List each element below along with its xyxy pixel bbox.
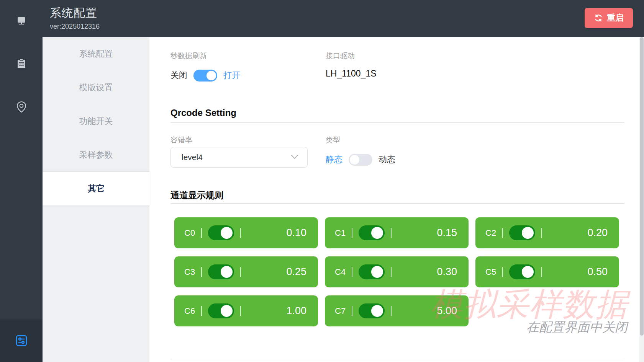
channel-toggle[interactable] [208, 225, 234, 240]
channel-toggle[interactable] [509, 225, 535, 240]
main-content: 秒数据刷新 关闭 打开 接口驱动 LH_1100_1S Qrcode Setti… [149, 37, 644, 362]
title-block: 系统配置 ver:2025012316 [50, 5, 100, 31]
sidebar-menu: 系统配置模版设置功能开关采样参数其它 [43, 37, 149, 205]
separator [240, 228, 241, 238]
separator [541, 267, 542, 277]
channel-card-C5: C50.50 [475, 256, 619, 287]
separator [391, 306, 392, 316]
separator [240, 267, 241, 277]
channel-label: C6 [184, 306, 195, 316]
separator [201, 267, 202, 277]
separator [240, 306, 241, 316]
type-label: 类型 [326, 135, 340, 145]
driver-label: 接口驱动 [326, 51, 355, 61]
separator [352, 228, 352, 238]
toggle-knob [221, 266, 233, 278]
channel-value: 0.20 [587, 227, 608, 239]
channel-toggle[interactable] [359, 303, 385, 318]
divider [170, 122, 624, 123]
tolerance-label: 容错率 [170, 135, 192, 145]
toggle-knob [221, 305, 233, 317]
separator [352, 267, 352, 277]
app-root: 系统配置 ver:2025012316 重启 [0, 0, 644, 362]
toggle-knob [371, 305, 383, 317]
channel-card-C6: C61.00 [174, 295, 318, 326]
header: 系统配置 ver:2025012316 重启 [0, 0, 644, 37]
divider [170, 203, 624, 204]
channel-card-C4: C40.30 [325, 256, 469, 287]
channel-value: 1.00 [286, 305, 306, 317]
monitor-icon[interactable] [16, 15, 27, 28]
type-toggle[interactable] [349, 154, 372, 166]
tolerance-select[interactable]: level4 [170, 147, 308, 168]
tolerance-selected-value: level4 [182, 153, 203, 162]
location-pin-icon[interactable] [15, 101, 28, 115]
channel-toggle[interactable] [359, 264, 385, 279]
second-refresh-label: 秒数据刷新 [170, 51, 207, 61]
channel-label: C4 [335, 267, 346, 277]
restart-button[interactable]: 重启 [585, 8, 633, 28]
channel-card-C0: C00.10 [174, 217, 318, 248]
channel-label: C7 [335, 306, 346, 316]
scrollbar-thumb[interactable] [640, 37, 644, 336]
channel-label: C0 [184, 228, 195, 238]
separator [352, 306, 352, 316]
sidebar-item-其它[interactable]: 其它 [43, 172, 150, 205]
separator [502, 267, 503, 277]
separator [541, 228, 542, 238]
chevron-down-icon [290, 154, 299, 161]
channel-toggle[interactable] [359, 225, 385, 240]
channel-toggle[interactable] [208, 264, 234, 279]
sidebar-item-功能开关[interactable]: 功能开关 [43, 104, 149, 138]
sidebar: 系统配置模版设置功能开关采样参数其它 [43, 37, 149, 362]
toggle-knob [522, 266, 534, 278]
divider [170, 359, 624, 359]
sidebar-item-采样参数[interactable]: 采样参数 [43, 138, 149, 172]
sidebar-item-模版设置[interactable]: 模版设置 [43, 71, 149, 104]
switch-off-label: 关闭 [170, 70, 187, 81]
second-refresh-toggle[interactable] [193, 70, 217, 82]
toggle-knob [522, 227, 534, 239]
toggle-knob [350, 155, 359, 165]
toggle-knob [371, 266, 383, 278]
channel-card-C2: C20.20 [475, 217, 619, 248]
channel-label: C3 [184, 267, 195, 277]
type-control: 静态 动态 [326, 151, 395, 168]
channel-value: 5.00 [437, 305, 457, 317]
nav-rail [0, 0, 43, 362]
channel-value: 0.10 [286, 227, 306, 239]
refresh-icon [594, 13, 603, 23]
channel-label: C5 [485, 267, 496, 277]
channel-card-C3: C30.25 [174, 256, 318, 287]
channel-label: C1 [335, 228, 346, 238]
qrcode-section-title: Qrcode Setting [170, 108, 236, 118]
page-title: 系统配置 [50, 5, 100, 21]
toggle-knob [221, 227, 233, 239]
toggle-knob [206, 71, 216, 80]
clipboard-icon[interactable] [16, 58, 27, 71]
channel-value: 0.30 [437, 266, 457, 278]
channel-card-C1: C10.15 [325, 217, 469, 248]
type-right-label: 动态 [379, 154, 395, 165]
separator [201, 228, 202, 238]
channel-toggle[interactable] [208, 303, 234, 318]
separator [502, 228, 503, 238]
scrollbar-track[interactable] [639, 37, 644, 362]
channel-toggle[interactable] [509, 264, 535, 279]
separator [391, 228, 392, 238]
sliders-icon[interactable] [15, 334, 28, 349]
restart-label: 重启 [607, 12, 624, 24]
driver-value: LH_1100_1S [326, 68, 377, 79]
separator [391, 267, 392, 277]
channel-value: 0.50 [587, 266, 608, 278]
second-refresh-control: 关闭 打开 [170, 67, 240, 84]
switch-on-label: 打开 [223, 70, 240, 81]
channel-card-C7: C75.00 [325, 295, 469, 326]
separator [201, 306, 202, 316]
channel-value: 0.25 [286, 266, 306, 278]
sidebar-item-系统配置[interactable]: 系统配置 [43, 37, 149, 71]
toggle-knob [371, 227, 383, 239]
channel-label: C2 [485, 228, 496, 238]
channel-value: 0.15 [437, 227, 457, 239]
version-label: ver:2025012316 [50, 23, 100, 31]
